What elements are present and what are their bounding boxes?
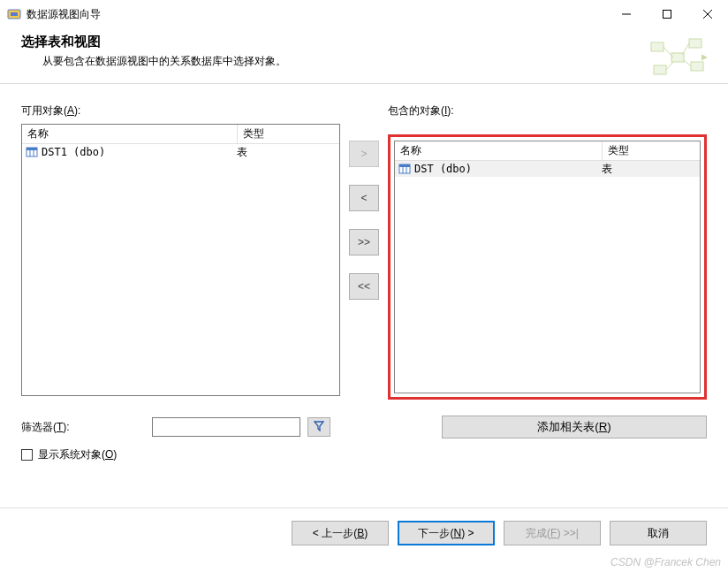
included-highlight-box: 名称 类型 DST (dbo) 表 [388,134,707,400]
watermark: CSDN @Francek Chen [610,556,721,568]
show-system-objects-row: 显示系统对象(O) [21,447,707,462]
col-header-type[interactable]: 类型 [238,125,339,144]
svg-rect-16 [27,148,37,150]
add-related-tables-button[interactable]: 添加相关表(R) [442,416,707,439]
list-item[interactable]: DST (dbo) 表 [395,161,700,177]
page-subtitle: 从要包含在数据源视图中的关系数据库中选择对象。 [42,54,707,69]
wizard-body: 可用对象(A): 名称 类型 DST1 (dbo) 表 > < >> << [0,84,728,469]
included-list-header: 名称 类型 [395,141,700,161]
svg-line-11 [664,47,673,57]
svg-rect-1 [11,12,18,16]
filter-row: 筛选器(T): 添加相关表(R) [21,416,707,439]
svg-rect-10 [691,62,703,71]
svg-rect-3 [664,11,671,19]
transfer-buttons: > < >> << [349,141,379,300]
svg-rect-20 [399,164,410,167]
col-header-name[interactable]: 名称 [22,125,238,144]
included-label: 包含的对象(I): [388,103,707,118]
col-header-name[interactable]: 名称 [395,141,603,161]
table-icon [26,146,38,158]
wizard-header: 选择表和视图 从要包含在数据源视图中的关系数据库中选择对象。 [0,28,728,84]
available-label: 可用对象(A): [21,103,340,118]
included-list[interactable]: 名称 类型 DST (dbo) 表 [394,141,701,393]
item-type: 表 [237,145,336,160]
svg-line-14 [684,60,691,66]
show-system-objects-checkbox[interactable] [21,449,33,461]
back-button[interactable]: < 上一步(B) [292,521,389,545]
add-all-button[interactable]: >> [349,229,379,255]
minimize-button[interactable] [606,0,647,28]
list-item[interactable]: DST1 (dbo) 表 [22,144,339,160]
item-name: DST1 (dbo) [42,146,237,158]
svg-line-13 [666,62,673,70]
filter-label: 筛选器(T): [21,420,145,435]
available-pane: 可用对象(A): 名称 类型 DST1 (dbo) 表 [21,103,340,396]
app-icon [7,7,21,21]
included-pane: 包含的对象(I): 名称 类型 DST (dbo) 表 [388,103,707,400]
finish-button[interactable]: 完成(F) >>| [504,521,601,545]
item-name: DST (dbo) [414,163,602,175]
add-button[interactable]: > [349,141,379,167]
maximize-button[interactable] [647,0,687,28]
cancel-button[interactable]: 取消 [610,521,707,545]
svg-rect-6 [651,42,664,51]
window-title: 数据源视图向导 [27,7,101,22]
window-controls [606,0,728,28]
funnel-icon [314,421,324,434]
svg-rect-9 [654,65,666,74]
col-header-type[interactable]: 类型 [603,141,700,161]
remove-all-button[interactable]: << [349,273,379,300]
table-icon [398,163,411,175]
svg-line-12 [682,43,689,55]
page-title: 选择表和视图 [21,34,707,50]
wizard-footer: < 上一步(B) 下一步(N) > 完成(F) >>| 取消 [0,507,728,558]
show-system-objects-label: 显示系统对象(O) [38,447,117,462]
filter-button[interactable] [307,417,330,437]
svg-rect-7 [689,39,701,48]
available-list-header: 名称 类型 [22,125,339,144]
filter-input[interactable] [152,417,300,437]
item-type: 表 [602,162,696,177]
header-illustration-icon [647,35,709,80]
remove-button[interactable]: < [349,185,379,211]
next-button[interactable]: 下一步(N) > [398,521,495,545]
available-list[interactable]: 名称 类型 DST1 (dbo) 表 [21,124,340,396]
titlebar: 数据源视图向导 [0,0,728,28]
close-button[interactable] [687,0,728,28]
